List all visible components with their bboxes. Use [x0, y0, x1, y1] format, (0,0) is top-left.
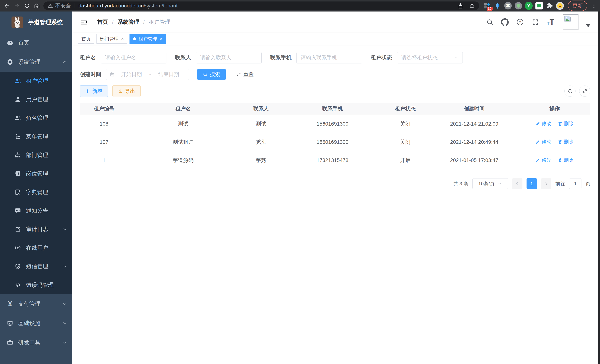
command-glyph: ⌘	[504, 2, 512, 9]
edit-link[interactable]: 修改	[536, 139, 551, 145]
column-header: 创建时间	[430, 105, 519, 112]
extension-chat-icon[interactable]	[535, 2, 543, 10]
sidebar-item-error-code[interactable]: 错误码管理	[0, 276, 72, 294]
delete-link[interactable]: 删除	[558, 121, 573, 127]
table-row[interactable]: 1 芋道源码 芋艿 17321315478 开启 2021-01-05 17:0…	[80, 151, 590, 169]
extensions-puzzle-icon[interactable]	[546, 2, 553, 10]
dashboard-icon	[7, 39, 13, 46]
browser-update-button[interactable]: 更新	[568, 0, 587, 11]
edit-icon	[536, 140, 540, 144]
font-size-icon[interactable]: TT	[547, 18, 554, 27]
bookmark-star-icon[interactable]	[469, 3, 475, 9]
add-button[interactable]: 新增	[80, 85, 108, 97]
sidebar-item-online-users[interactable]: 在线用户	[0, 239, 72, 257]
next-page-button[interactable]	[541, 178, 551, 189]
delete-link[interactable]: 删除	[558, 157, 573, 163]
browser-reload-button[interactable]	[22, 1, 32, 11]
help-icon[interactable]: ?	[516, 18, 524, 26]
pagination: 共 3 条 10条/页 1 前往 页	[80, 178, 590, 189]
goto-page-input[interactable]	[569, 178, 581, 189]
user-avatar[interactable]	[563, 14, 579, 30]
column-header: 租户状态	[381, 105, 430, 112]
browser-menu-icon[interactable]	[591, 3, 597, 8]
sidebar-item-post[interactable]: 岗位管理	[0, 164, 72, 183]
security-label[interactable]: 不安全	[55, 2, 71, 9]
cell-tenant-id: 108	[80, 121, 128, 127]
tab-tenant[interactable]: 租户管理 ×	[130, 34, 166, 44]
extension-kite-icon[interactable]	[494, 2, 501, 10]
close-icon[interactable]: ×	[160, 36, 162, 41]
contact-input[interactable]	[196, 52, 262, 64]
breadcrumb-current: 租户管理	[149, 18, 170, 26]
cell-status: 开启	[381, 157, 430, 164]
search-button[interactable]: 搜索	[197, 69, 225, 80]
sidebar-item-menu[interactable]: 菜单管理	[0, 127, 72, 146]
extension-y-icon[interactable]: Y	[525, 2, 533, 10]
sidebar-item-label: 用户管理	[26, 96, 67, 103]
refresh-table-button[interactable]	[579, 85, 590, 97]
table-row[interactable]: 107 测试租户 秃头 15601691300 关闭 2021-12-14 20…	[80, 133, 590, 151]
page-number-current[interactable]: 1	[526, 178, 537, 189]
delete-link[interactable]: 删除	[558, 139, 573, 145]
sidebar-item-label: 角色管理	[26, 114, 67, 122]
fullscreen-icon[interactable]	[531, 18, 539, 26]
share-icon[interactable]	[457, 3, 464, 9]
extension-emoji-icon[interactable]	[556, 2, 564, 10]
status-select[interactable]: 请选择租户状态	[397, 52, 463, 64]
window-scrollbar[interactable]	[598, 11, 600, 364]
sidebar-item-tenant[interactable]: 租户管理	[0, 72, 72, 90]
app-header: 首页 / 系统管理 / 租户管理 ? TT	[72, 11, 598, 33]
github-icon[interactable]	[501, 18, 509, 26]
address-bar[interactable]: 不安全 dashboard.yudao.iocoder.cn/system/te…	[43, 1, 479, 10]
header-search-icon[interactable]	[486, 18, 494, 26]
svg-text:?: ?	[519, 20, 522, 25]
column-header: 联系手机	[284, 105, 381, 112]
export-button[interactable]: 导出	[112, 85, 141, 97]
sidebar-item-home[interactable]: 首页	[0, 33, 72, 52]
sidebar-item-devtools[interactable]: 研发工具	[0, 333, 72, 352]
extension-command-icon[interactable]: ⌘	[504, 2, 512, 10]
cell-tenant-id: 107	[80, 139, 128, 145]
browser-home-button[interactable]	[32, 1, 42, 11]
close-icon[interactable]: ×	[121, 36, 124, 41]
table-row[interactable]: 108 测试 测试 15601691300 关闭 2021-12-14 21:0…	[80, 115, 590, 133]
sidebar-item-user[interactable]: 用户管理	[0, 90, 72, 109]
sidebar-item-infrastructure[interactable]: 基础设施	[0, 314, 72, 333]
toggle-search-button[interactable]	[564, 85, 575, 97]
breadcrumb-home[interactable]: 首页	[97, 18, 108, 26]
date-range-picker[interactable]: 开始日期 - 结束日期	[106, 69, 189, 80]
infrastructure-icon	[7, 320, 13, 327]
mobile-input[interactable]	[297, 52, 362, 64]
prev-page-button[interactable]	[512, 178, 523, 189]
browser-back-button[interactable]	[2, 1, 12, 11]
avatar-dropdown-caret-icon[interactable]	[586, 24, 590, 27]
tab-dept[interactable]: 部门管理 ×	[96, 34, 127, 44]
chevron-left-icon	[515, 181, 520, 186]
filter-create-time: 创建时间 开始日期 - 结束日期	[80, 69, 189, 80]
extension-grid-icon[interactable]: 10	[483, 2, 491, 10]
reset-button[interactable]: 重置	[231, 69, 259, 80]
tab-label: 部门管理	[100, 36, 119, 42]
sidebar-item-role[interactable]: 角色管理	[0, 109, 72, 127]
sidebar-item-sms[interactable]: 短信管理	[0, 257, 72, 276]
breadcrumb-system[interactable]: 系统管理	[118, 18, 139, 26]
sidebar-item-system[interactable]: 系统管理	[0, 52, 72, 72]
sidebar-item-dept[interactable]: 部门管理	[0, 146, 72, 164]
app-logo-row[interactable]: 芋道管理系统	[0, 11, 72, 33]
extension-record-icon[interactable]	[515, 2, 522, 10]
edit-icon	[536, 121, 540, 126]
sidebar-item-dict[interactable]: 字典管理	[0, 183, 72, 202]
tenant-name-input[interactable]	[101, 52, 166, 64]
tab-home[interactable]: 首页	[78, 34, 94, 44]
cell-status: 关闭	[381, 139, 430, 146]
url-text[interactable]: dashboard.yudao.iocoder.cn/system/tenant	[78, 3, 178, 9]
browser-forward-button[interactable]	[12, 1, 22, 11]
date-end-placeholder: 结束日期	[152, 71, 185, 78]
sidebar-fold-icon[interactable]	[80, 18, 88, 26]
edit-link[interactable]: 修改	[536, 157, 551, 163]
sidebar-item-audit-log[interactable]: 审计日志	[0, 220, 72, 239]
sidebar-item-notice[interactable]: 通知公告	[0, 202, 72, 220]
page-size-select[interactable]: 10条/页	[472, 178, 508, 189]
edit-link[interactable]: 修改	[536, 121, 551, 127]
sidebar-item-payment[interactable]: ¥ 支付管理	[0, 294, 72, 314]
